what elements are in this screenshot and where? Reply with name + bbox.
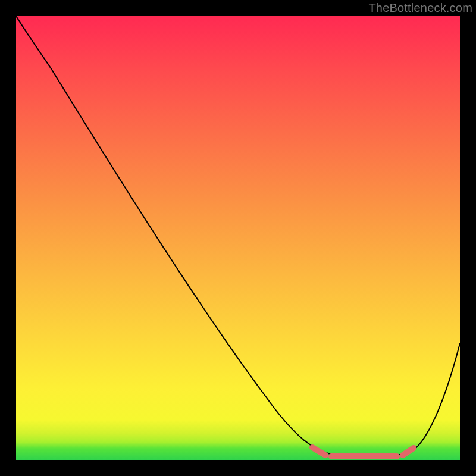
watermark-text: TheBottleneck.com [368,1,472,15]
chart-frame: TheBottleneck.com [0,0,476,476]
gradient-background [16,16,460,460]
plot-area [16,16,460,460]
chart-svg [16,16,460,460]
